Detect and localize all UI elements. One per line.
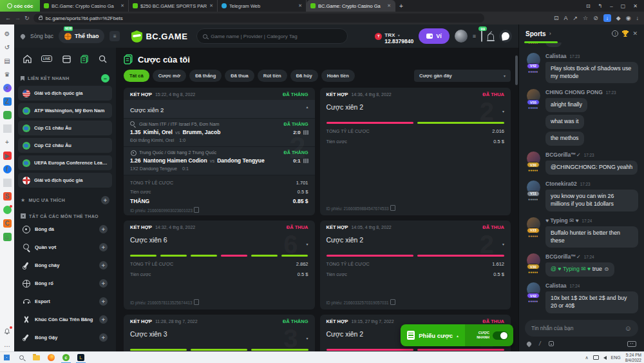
bet-card-expanded[interactable]: KẾT HỢP 15:22, 4 thg 8, 2022 ĐÃ THẮNG Cư… [124,88,315,215]
chat-username[interactable]: ♥ Typing ✉ ♥ [545,217,579,224]
firefox-icon[interactable] [47,353,55,362]
filter-pill[interactable]: Đã hủy [290,70,318,82]
sport-item[interactable]: Bóng chày + [18,258,112,273]
settings-icon[interactable]: ⚙ [3,30,12,38]
chat-username[interactable]: Calistaa [545,53,567,59]
extension-icon[interactable]: ◆ [616,15,621,21]
close-chat-icon[interactable]: ✕ [632,30,638,37]
collapse-card-icon[interactable]: ▴ [306,104,308,109]
copy-icon[interactable] [195,300,199,305]
chat-username[interactable]: BCGorilla™✓ [545,253,581,260]
volume-icon[interactable] [603,356,607,360]
lock-icon[interactable] [39,17,43,20]
copy-icon[interactable] [392,300,395,305]
schedule-icon[interactable] [62,55,71,63]
filter-pill[interactable]: Đã thắng [189,70,222,82]
sidebar-toggle-icon[interactable]: ↰ [598,3,603,9]
sport-item[interactable]: Quần vợt + [18,240,112,255]
expand-sport-button[interactable]: + [99,261,108,270]
account-menu-icon[interactable]: ≡ [473,33,476,39]
quick-bet-toggle[interactable] [493,331,508,340]
sports-mode-toggle[interactable]: NEW Thể thao [59,29,105,43]
expand-card-icon[interactable]: ▾ [306,242,308,246]
game-search[interactable] [196,28,348,44]
new-tab-button[interactable]: + [395,0,407,12]
filter-pill[interactable]: Tất cả [124,70,149,82]
coccoc-taskbar-icon[interactable]: c [62,353,70,362]
bell-icon[interactable] [488,34,494,40]
browser-tab[interactable]: BC.Game: Crypto Casino Ga ✕ [40,0,129,12]
coccoc-browser-logo[interactable]: cốc cốc [0,0,40,12]
bookmark-star-icon[interactable]: ☆ [583,15,588,21]
search-input[interactable] [211,34,341,39]
network-icon[interactable] [593,355,599,360]
window-close-button[interactable]: ✕ [633,3,638,9]
file-explorer-icon[interactable] [32,353,41,362]
chevron-right-icon[interactable]: › [549,30,551,37]
history-icon[interactable]: ↺ [3,43,12,52]
chat-username[interactable]: CHING CHONG PONG [545,89,603,95]
zalo-icon[interactable]: Z [3,97,12,106]
translate-icon[interactable]: A [564,15,568,21]
inbox-button[interactable]: 99 [481,30,482,42]
header-menu-button[interactable]: ≡ [109,31,120,41]
filter-pill[interactable]: Cược mở [153,70,186,82]
collapse-quick-links-button[interactable]: − [101,74,109,83]
scrollbar-thumb[interactable] [515,55,518,85]
copy-icon[interactable] [392,206,395,211]
taskbar-clock[interactable]: 5:24 PM 8/4/2022 [625,353,641,362]
bet-card[interactable]: KẾT HỢP 14:36, 4 thg 8, 2022 ĐÃ THUA Cượ… [320,88,511,215]
add-app-icon[interactable]: + [3,138,12,146]
expand-card-icon[interactable]: ▾ [502,109,504,113]
trophy-icon[interactable] [621,30,629,37]
bet-card[interactable]: KẾT HỢP 11:28, 28 thg 7, 2022 ĐÃ THẮNG C… [124,315,315,351]
rain-icon[interactable] [526,340,533,347]
dice-icon[interactable] [549,341,554,346]
browser-tab[interactable]: BC.Game: Crypto Casino Ga ✕ [307,0,395,12]
filter-pill[interactable]: Rút tiền [258,70,287,82]
facebook-icon[interactable]: f [3,165,12,173]
cart-app-icon[interactable]: C [3,219,12,228]
user-avatar[interactable] [455,30,468,43]
filter-pill[interactable]: Hoàn tiền [321,70,355,82]
tab-close-icon[interactable]: ✕ [120,3,124,8]
quick-link-item[interactable]: Cúp C1 châu Âu [18,121,112,135]
browser-tab[interactable]: Telegram Web ✕ [218,0,307,12]
quick-link-item[interactable]: UEFA Europa Conference League [18,155,112,170]
notifications-bell-icon[interactable] [3,327,12,335]
taskbar-search-icon[interactable] [17,353,26,362]
casino-mode-link[interactable]: Sòng bạc [30,33,53,39]
expand-card-icon[interactable]: ▾ [502,242,504,246]
my-bets-icon[interactable] [80,55,89,63]
reload-icon[interactable]: ↻ [24,15,30,21]
window-maximize-button[interactable]: ▢ [621,3,626,9]
tab-close-icon[interactable]: ✕ [387,3,391,8]
back-icon[interactable]: ← [5,15,11,21]
chat-username[interactable]: BCGorilla™✓ [545,152,581,158]
quick-link-item[interactable]: Giải vô địch quốc gia [18,173,112,188]
reading-list-icon[interactable]: ▤ [3,57,12,65]
all-sports-header[interactable]: TẤT CẢ CÁC MÔN THỂ THAO [14,208,116,222]
home-icon[interactable] [23,55,32,63]
expand-sport-button[interactable]: + [99,279,108,288]
chat-app-icon[interactable] [3,206,12,214]
expand-sport-button[interactable]: + [99,315,108,324]
quick-link-item[interactable]: ATP Washington, Mỹ Đơn Nam [18,103,112,118]
sport-item[interactable]: Bóng đá + [18,222,112,237]
save-page-icon[interactable]: ⊡ [554,15,559,21]
bet-leg[interactable]: Giải Nam ITF / ITF Israel F5, Đơn Nam ĐÃ… [124,119,315,147]
chat-rules-icon[interactable]: ! [612,30,618,37]
adblock-shield-icon[interactable]: ⊘ [593,15,598,21]
emoji-icon[interactable]: ☺ [625,324,632,332]
expand-sport-button[interactable]: + [99,297,108,306]
mention-text[interactable]: @ ♥ Typing ✉ ♥ [551,266,591,272]
crown-icon[interactable]: ♛ [3,70,12,79]
download-box-icon[interactable]: ↓ [603,14,611,22]
start-button[interactable] [3,353,11,362]
chat-username[interactable]: Calistaa [545,282,567,289]
sort-dropdown[interactable]: Cược gần đây ▾ [414,70,511,82]
add-favorite-button[interactable]: + [101,196,109,204]
balance-selector[interactable]: T TRX ▾ 12.8379840 [375,28,413,45]
filter-pill[interactable]: Đã thua [225,70,254,82]
browser-tab[interactable]: $250 BC.GAME SPORTS PAR ✕ [129,0,218,12]
